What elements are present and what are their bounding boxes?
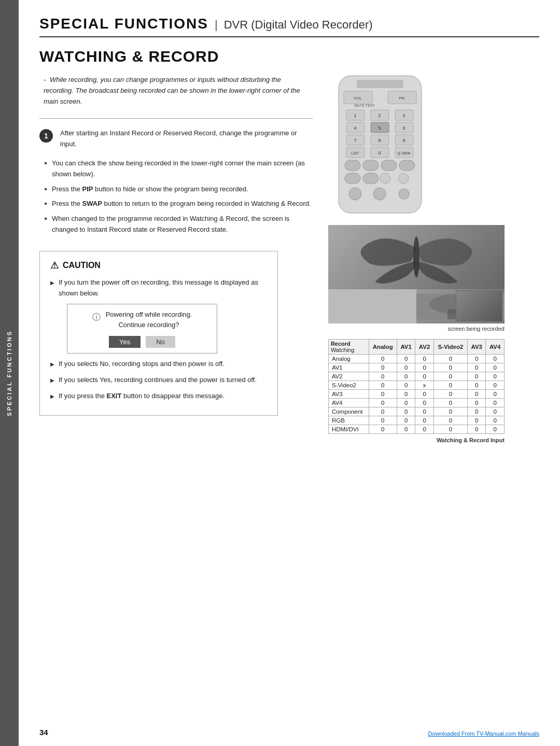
screen-inset xyxy=(456,290,502,321)
table-caption: Watching & Record Input xyxy=(328,437,505,443)
step-text-1: After starting an Instant Record or Rese… xyxy=(60,128,313,150)
caution-item-1: If you turn the power off on recording, … xyxy=(50,277,267,354)
svg-text:1: 1 xyxy=(354,113,356,118)
caution-item-3: If you selects Yes, recording continues … xyxy=(50,375,267,386)
left-column: - While recording, you can change progra… xyxy=(39,75,313,443)
step-circle-1: 1 xyxy=(39,129,53,143)
table-cell: 0 xyxy=(415,425,433,434)
table-cell: 0 xyxy=(369,425,397,434)
table-header-av1: AV1 xyxy=(397,340,415,355)
table-row: HDMI/DVI000000 xyxy=(328,425,504,434)
table-row-label: Analog xyxy=(328,355,369,363)
caution-label: CAUTION xyxy=(63,261,101,270)
page-header: SPECIAL FUNCTIONS | DVR (Digital Video R… xyxy=(39,16,539,37)
table-cell: 0 xyxy=(486,416,504,425)
table-cell: 0 xyxy=(369,399,397,407)
sidebar-label: SPECIAL FUNCTIONS xyxy=(6,330,12,416)
table-cell: 0 xyxy=(468,381,486,390)
table-cell: 0 xyxy=(468,399,486,407)
table-row: AV3000000 xyxy=(328,390,504,399)
caution-section: ⚠ CAUTION If you turn the power off on r… xyxy=(39,251,278,416)
dialog-row: ⓘ Powering off while recording. Continue… xyxy=(92,309,192,330)
table-row-label: HDMI/DVI xyxy=(328,425,369,434)
caution-item-4: If you press the EXIT button to disappea… xyxy=(50,391,267,402)
table-cell: 0 xyxy=(486,381,504,390)
bullet-item-2: Press the PIP button to hide or show the… xyxy=(45,184,313,195)
table-header-av2: AV2 xyxy=(415,340,433,355)
dialog-line1: Powering off while recording. xyxy=(106,309,192,320)
footer-link[interactable]: Downloaded From TV-Manual.com Manuals xyxy=(428,730,539,737)
table-row: AV1000000 xyxy=(328,363,504,372)
table-cell: 0 xyxy=(415,355,433,363)
table-cell: 0 xyxy=(397,372,415,381)
table-cell: 0 xyxy=(433,416,467,425)
table-cell: 0 xyxy=(468,372,486,381)
table-row-label: AV3 xyxy=(328,390,369,399)
step-block-1: 1 After starting an Instant Record or Re… xyxy=(39,128,313,150)
table-cell: 0 xyxy=(468,416,486,425)
table-cell: 0 xyxy=(433,425,467,434)
table-cell: 0 xyxy=(433,407,467,416)
table-cell: 0 xyxy=(369,372,397,381)
table-row-label: Component xyxy=(328,407,369,416)
table-cell: 0 xyxy=(415,407,433,416)
table-cell: 0 xyxy=(397,355,415,363)
table-cell: 0 xyxy=(433,381,467,390)
svg-text:0: 0 xyxy=(378,150,381,156)
table-row: AV4000000 xyxy=(328,399,504,407)
two-col-layout: - While recording, you can change progra… xyxy=(39,75,539,443)
table-cell: 0 xyxy=(486,372,504,381)
screen-caption: screen being recorded xyxy=(328,326,505,332)
table-cell: 0 xyxy=(486,407,504,416)
table-cell: 0 xyxy=(486,425,504,434)
table-cell: 0 xyxy=(397,416,415,425)
svg-point-38 xyxy=(398,173,409,184)
table-row-label: AV1 xyxy=(328,363,369,372)
table-cell: 0 xyxy=(433,372,467,381)
svg-rect-31 xyxy=(345,160,360,171)
table-cell: 0 xyxy=(486,390,504,399)
table-cell: 0 xyxy=(415,363,433,372)
table-cell: 0 xyxy=(369,355,397,363)
table-cell: 0 xyxy=(369,416,397,425)
table-cell: 0 xyxy=(397,390,415,399)
svg-rect-34 xyxy=(399,160,415,171)
caution-title: ⚠ CAUTION xyxy=(50,260,267,271)
svg-rect-32 xyxy=(363,160,379,171)
svg-point-37 xyxy=(380,173,390,184)
footer: 34 Downloaded From TV-Manual.com Manuals xyxy=(19,728,560,737)
svg-text:Q.VIEW: Q.VIEW xyxy=(397,151,411,156)
dialog-no-button[interactable]: No xyxy=(146,336,175,348)
svg-text:LIST: LIST xyxy=(351,151,359,155)
dialog-icon: ⓘ xyxy=(92,311,101,324)
table-cell: 0 xyxy=(468,407,486,416)
main-content: SPECIAL FUNCTIONS | DVR (Digital Video R… xyxy=(19,0,560,459)
section-title: WATCHING & RECORD xyxy=(39,48,539,65)
table-cell: 0 xyxy=(486,363,504,372)
dialog-yes-button[interactable]: Yes xyxy=(109,336,141,348)
record-table: Record Watching Analog AV1 AV2 S-Video2 … xyxy=(328,339,505,434)
table-row: AV2000000 xyxy=(328,372,504,381)
svg-point-40 xyxy=(373,188,386,200)
table-row: S-Video200x000 xyxy=(328,381,504,390)
table-cell: 0 xyxy=(415,372,433,381)
table-cell: 0 xyxy=(468,363,486,372)
svg-text:7: 7 xyxy=(354,138,356,143)
bullet-item-4: When changed to the programme recorded i… xyxy=(45,214,313,235)
header-special: SPECIAL FUNCTIONS xyxy=(39,16,208,32)
table-cell: 0 xyxy=(433,355,467,363)
table-header-analog: Analog xyxy=(369,340,397,355)
table-row: Component000000 xyxy=(328,407,504,416)
table-cell: 0 xyxy=(369,390,397,399)
svg-text:9: 9 xyxy=(402,138,405,143)
svg-text:3: 3 xyxy=(402,113,405,118)
intro-text: - While recording, you can change progra… xyxy=(39,75,313,107)
caution-item-2: If you selects No, recording stops and t… xyxy=(50,359,267,370)
svg-rect-1 xyxy=(357,80,403,88)
table-cell: 0 xyxy=(433,363,467,372)
svg-text:5: 5 xyxy=(378,125,381,131)
svg-rect-36 xyxy=(363,173,379,184)
screen-recorded-image xyxy=(328,225,505,323)
bullet-item-3: Press the SWAP button to return to the p… xyxy=(45,199,313,209)
table-row: Analog000000 xyxy=(328,355,504,363)
